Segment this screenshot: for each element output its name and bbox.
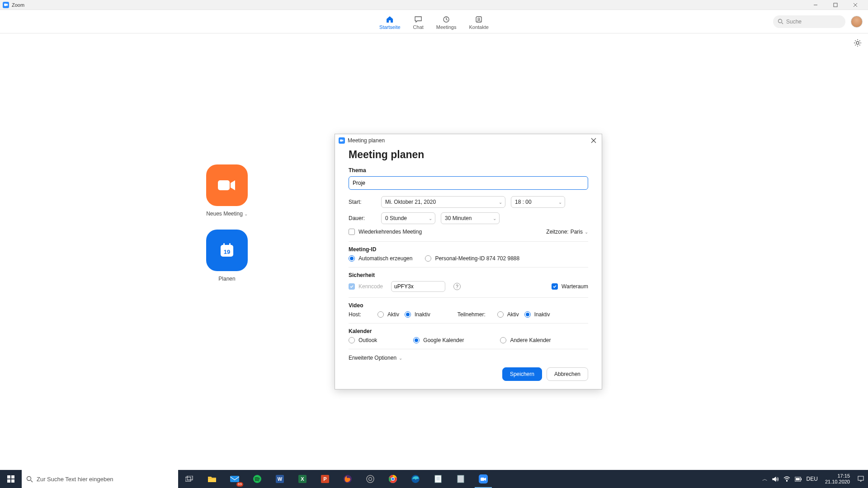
svg-rect-6 [476, 17, 481, 22]
svg-rect-14 [229, 243, 231, 247]
participant-inactive-radio[interactable]: Inaktiv [524, 311, 550, 318]
task-view-button[interactable] [178, 470, 201, 488]
svg-point-37 [367, 475, 374, 483]
contacts-icon [474, 15, 483, 23]
timezone-dropdown[interactable]: Zeitzone: Paris ⌄ [546, 229, 588, 235]
dialog-close-button[interactable] [589, 136, 598, 145]
taskbar-clock[interactable]: 17:15 21.10.2020 [822, 473, 853, 485]
search-input[interactable]: Suche [773, 15, 845, 28]
host-label: Host: [349, 311, 372, 318]
recurring-checkbox[interactable]: Wiederkehrendes Meeting [349, 229, 422, 235]
zoom-app-icon [3, 2, 9, 8]
start-button[interactable] [0, 470, 22, 488]
zoom-taskbar-icon[interactable] [472, 470, 495, 488]
participant-active-radio[interactable]: Aktiv [497, 311, 519, 318]
svg-point-8 [778, 19, 782, 23]
wifi-icon[interactable] [783, 476, 790, 482]
svg-rect-28 [230, 476, 239, 482]
svg-rect-50 [481, 478, 484, 481]
file-explorer-icon[interactable] [201, 470, 223, 488]
topic-input[interactable] [349, 176, 588, 190]
date-dropdown[interactable]: Mi. Oktober 21, 2020⌄ [381, 196, 505, 208]
svg-text:X: X [301, 476, 304, 482]
security-label: Sicherheit [349, 272, 588, 278]
topic-label: Thema [349, 167, 588, 174]
chrome-icon[interactable] [382, 470, 404, 488]
calendar-icon: 19 [217, 240, 237, 260]
svg-rect-11 [218, 180, 230, 190]
google-calendar-radio[interactable]: Google Kalender [413, 337, 464, 343]
checkbox-icon [349, 229, 355, 235]
content-area: Neues Meeting⌄ 19 Planen Meeting planen … [0, 33, 868, 470]
dialog-heading: Meeting planen [349, 149, 588, 161]
spotify-icon[interactable] [246, 470, 269, 488]
svg-text:19: 19 [224, 249, 230, 255]
clock-icon [442, 15, 451, 23]
passcode-checkbox[interactable]: Kenncode [349, 283, 383, 290]
svg-rect-25 [185, 477, 191, 481]
volume-icon[interactable] [772, 476, 779, 482]
waiting-room-checkbox[interactable]: Warteraum [552, 283, 588, 290]
svg-rect-53 [801, 478, 802, 480]
nav-meetings[interactable]: Meetings [436, 14, 457, 30]
settings-button[interactable] [854, 39, 862, 49]
firefox-icon[interactable] [336, 470, 359, 488]
radio-icon [500, 337, 506, 343]
advanced-options-toggle[interactable]: Erweiterte Optionen ⌄ [349, 349, 588, 361]
svg-rect-26 [187, 476, 193, 480]
schedule-button[interactable]: 19 [206, 230, 248, 271]
save-button[interactable]: Speichern [502, 367, 542, 381]
cancel-button[interactable]: Abbrechen [547, 367, 588, 381]
user-avatar[interactable] [851, 16, 863, 28]
nav-chat[interactable]: Chat [413, 14, 424, 30]
info-icon[interactable]: ? [453, 283, 461, 290]
language-indicator[interactable]: DEU [807, 476, 818, 482]
outlook-radio[interactable]: Outlook [349, 337, 377, 343]
radio-icon [405, 311, 411, 318]
battery-icon[interactable] [795, 477, 802, 482]
obs-icon[interactable] [359, 470, 382, 488]
taskbar-search[interactable]: Zur Suche Text hier eingeben [22, 470, 178, 488]
host-active-radio[interactable]: Aktiv [377, 311, 399, 318]
chevron-down-icon: ⌄ [499, 200, 502, 205]
svg-rect-16 [340, 140, 342, 142]
search-icon [778, 19, 783, 24]
radio-icon [349, 337, 355, 343]
minimize-button[interactable] [806, 0, 826, 10]
other-calendar-radio[interactable]: Andere Kalender [500, 337, 551, 343]
auto-generate-radio[interactable]: Automatisch erzeugen [349, 255, 412, 262]
tray-chevron-icon[interactable]: ︿ [762, 475, 768, 483]
powerpoint-icon[interactable]: P [314, 470, 336, 488]
word-icon[interactable]: W [269, 470, 291, 488]
chat-icon [414, 15, 423, 23]
host-inactive-radio[interactable]: Inaktiv [405, 311, 430, 318]
search-icon [26, 476, 33, 483]
mail-icon[interactable]: 69 [223, 470, 246, 488]
video-label: Video [349, 302, 588, 309]
notifications-icon[interactable] [857, 475, 864, 483]
chevron-down-icon[interactable]: ⌄ [244, 211, 248, 216]
hours-dropdown[interactable]: 0 Stunde⌄ [381, 212, 435, 224]
svg-rect-27 [208, 478, 216, 479]
calendar-section-label: Kalender [349, 328, 588, 334]
app-icon[interactable] [449, 470, 472, 488]
nav-home[interactable]: Startseite [379, 14, 400, 30]
notepad-icon[interactable] [427, 470, 449, 488]
window-title: Zoom [12, 2, 24, 8]
mail-badge: 69 [236, 482, 243, 487]
excel-icon[interactable]: X [291, 470, 314, 488]
svg-rect-2 [834, 3, 837, 7]
passcode-input[interactable] [391, 281, 445, 292]
minutes-dropdown[interactable]: 30 Minuten⌄ [441, 212, 500, 224]
home-icon [385, 15, 394, 23]
edge-icon[interactable] [404, 470, 427, 488]
nav-contacts[interactable]: Kontakte [469, 14, 488, 30]
time-dropdown[interactable]: 18 : 00⌄ [511, 196, 565, 208]
new-meeting-button[interactable] [206, 164, 248, 206]
duration-label: Dauer: [349, 215, 376, 221]
windows-taskbar: Zur Suche Text hier eingeben 69 W X P ︿ … [0, 470, 868, 488]
close-window-button[interactable] [845, 0, 865, 10]
maximize-button[interactable] [826, 0, 845, 10]
radio-icon [524, 311, 531, 318]
personal-id-radio[interactable]: Personal-Meeting-ID 874 702 9888 [425, 255, 519, 262]
